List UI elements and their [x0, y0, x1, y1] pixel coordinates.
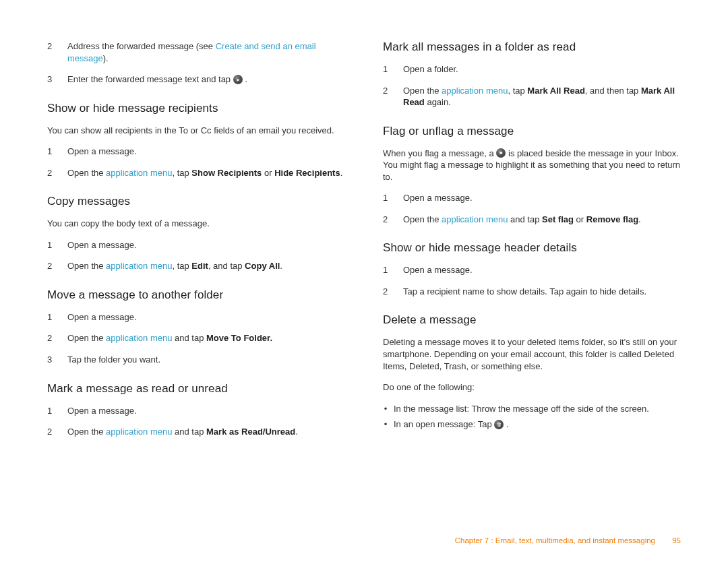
- heading-copy: Copy messages: [47, 195, 345, 208]
- step-item: 2 Address the forwarded message (see Cre…: [47, 40, 345, 64]
- trash-icon: [494, 420, 504, 429]
- step-number: 3: [47, 73, 57, 86]
- page-number: 95: [672, 536, 681, 544]
- step-text: Enter the forwarded message text and tap…: [67, 73, 345, 86]
- heading-flag: Flag or unflag a message: [383, 125, 681, 138]
- link-app-menu[interactable]: application menu: [106, 333, 172, 343]
- intro-text: Deleting a message moves it to your dele…: [383, 336, 681, 372]
- bullet-item: •In the message list: Throw the message …: [383, 403, 681, 415]
- intro-text: You can copy the body text of a message.: [47, 218, 345, 230]
- link-app-menu[interactable]: application menu: [442, 214, 508, 224]
- intro-text: Do one of the following:: [383, 381, 681, 394]
- heading-move: Move a message to another folder: [47, 288, 345, 302]
- link-app-menu[interactable]: application menu: [106, 261, 172, 271]
- step-text: Address the forwarded message (see Creat…: [67, 40, 345, 64]
- heading-delete: Delete a message: [383, 313, 681, 327]
- link-app-menu[interactable]: application menu: [442, 86, 508, 96]
- intro-text: You can show all recipients in the To or…: [47, 125, 345, 137]
- link-app-menu[interactable]: application menu: [106, 427, 172, 437]
- right-column: Mark all messages in a folder as read 1O…: [383, 40, 681, 528]
- step-number: 2: [47, 40, 57, 64]
- intro-text: When you flag a message, a is placed bes…: [383, 148, 681, 183]
- heading-mark-all: Mark all messages in a folder as read: [383, 40, 681, 54]
- flag-icon: [496, 148, 506, 158]
- heading-show-recipients: Show or hide message recipients: [47, 102, 345, 115]
- heading-header-details: Show or hide message header details: [383, 241, 681, 255]
- chapter-label: Chapter 7 : Email, text, multimedia, and…: [455, 536, 655, 544]
- step-item: 3 Enter the forwarded message text and t…: [47, 73, 345, 86]
- left-column: 2 Address the forwarded message (see Cre…: [47, 40, 345, 528]
- send-icon: [233, 75, 243, 84]
- bullet-item: • In an open message: Tap .: [383, 418, 681, 431]
- page-footer: Chapter 7 : Email, text, multimedia, and…: [455, 536, 681, 544]
- step-text: Open a message.: [67, 146, 345, 158]
- link-app-menu[interactable]: application menu: [106, 168, 172, 178]
- step-text: Open the application menu, tap Show Reci…: [67, 167, 345, 179]
- heading-mark: Mark a message as read or unread: [47, 382, 345, 396]
